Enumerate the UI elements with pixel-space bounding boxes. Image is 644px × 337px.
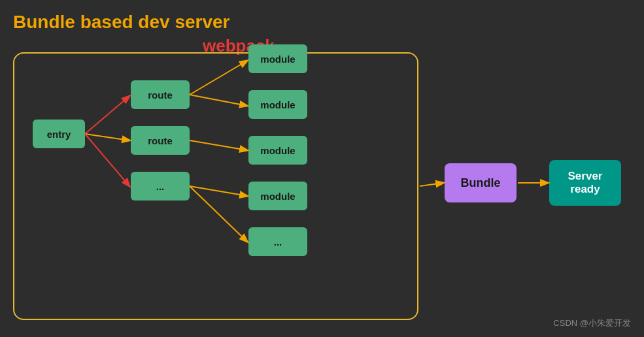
node-entry: entry [33, 120, 85, 148]
node-mod3: module [248, 136, 307, 165]
outer-box [13, 52, 418, 320]
node-mod1: module [248, 44, 307, 73]
svg-line-8 [420, 183, 443, 186]
node-mod4: module [248, 182, 307, 210]
node-route1: route [131, 80, 190, 109]
node-dots2: ... [248, 227, 307, 256]
page-title: Bundle based dev server [13, 12, 229, 33]
node-server-ready: Serverready [549, 160, 621, 206]
node-bundle: Bundle [445, 163, 517, 202]
watermark: CSDN @小朱爱开发 [553, 317, 631, 329]
node-route2: route [131, 126, 190, 155]
node-dots1: ... [131, 172, 190, 201]
node-mod2: module [248, 90, 307, 119]
